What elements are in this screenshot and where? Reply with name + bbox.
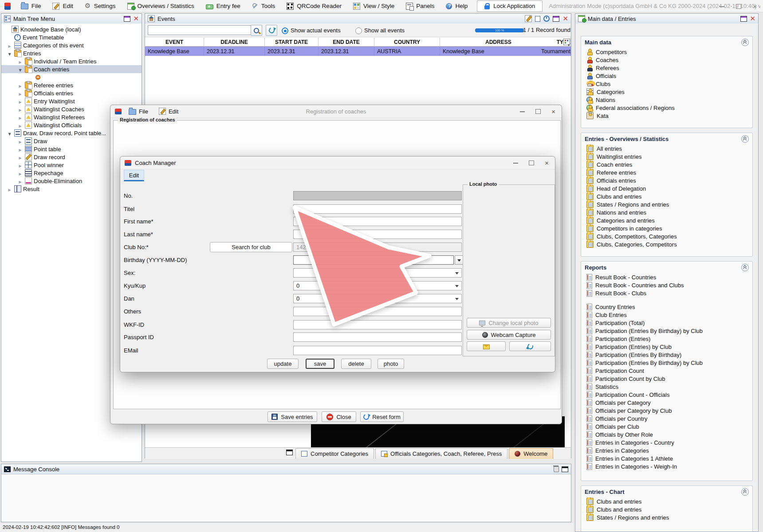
photo-button[interactable]: photo <box>378 359 404 369</box>
list-item[interactable]: Participation (Total) <box>581 319 752 327</box>
change-local-photo-button[interactable]: Change local photo <box>467 318 551 328</box>
email-field[interactable] <box>293 346 462 355</box>
tree-expander-icon[interactable] <box>7 186 12 192</box>
close-icon[interactable]: × <box>551 108 555 115</box>
list-item[interactable]: Participation Count - Officials <box>581 391 752 399</box>
first-name-field[interactable] <box>293 217 462 226</box>
list-item[interactable]: Coaches <box>581 56 752 64</box>
list-item[interactable]: Entries in Categories - Weigh-In <box>581 462 752 470</box>
list-item[interactable]: Officials entries <box>581 176 752 184</box>
list-item[interactable]: States / Regions and entries <box>581 200 752 208</box>
tab-edit[interactable]: Edit <box>124 170 144 181</box>
tree-item[interactable]: Individual / Team Entries <box>1 57 142 65</box>
list-item[interactable]: Officials <box>581 72 752 80</box>
list-item[interactable]: Participation (Entries By Birthday) <box>581 351 752 359</box>
birthday-field[interactable] <box>293 255 454 265</box>
column-header[interactable]: EVENT <box>145 38 204 47</box>
list-item[interactable]: States / Regions and entries <box>581 513 752 521</box>
maximize-icon[interactable] <box>535 109 541 114</box>
list-item[interactable]: Waitinglist entries <box>581 153 752 160</box>
list-item[interactable]: Coach entries <box>581 160 752 168</box>
tree-expander-icon[interactable] <box>17 170 23 176</box>
list-item[interactable]: Entries in Categories 1 Athlete <box>581 454 752 462</box>
list-item[interactable]: Result Book - Clubs <box>581 289 752 297</box>
photo-refresh-button[interactable] <box>509 341 551 351</box>
list-item[interactable]: Officials by Other Role <box>581 430 752 438</box>
panel-maximize-icon[interactable] <box>740 16 747 22</box>
list-item[interactable]: Result Book - Countries and Clubs <box>581 281 752 289</box>
photo-mail-button[interactable] <box>467 341 506 351</box>
tree-item[interactable]: Coach entries <box>1 65 142 73</box>
menu-item[interactable]: Help <box>440 0 473 12</box>
list-item[interactable]: Referees <box>581 64 752 72</box>
kyu-kup-combobox[interactable]: 0 <box>293 281 462 290</box>
list-item[interactable]: Country Entries <box>581 303 752 311</box>
menu-item[interactable]: Tools <box>246 0 281 12</box>
event-search-input[interactable] <box>148 25 252 35</box>
tree-expander-icon[interactable] <box>17 162 23 168</box>
birthday-dropdown-button[interactable] <box>455 255 464 265</box>
list-item[interactable]: Club Entries <box>581 311 752 319</box>
delete-button[interactable]: delete <box>341 359 371 369</box>
tree-expander-icon[interactable] <box>17 114 23 121</box>
column-picker-icon[interactable] <box>563 39 570 45</box>
tree-expander-icon[interactable] <box>17 154 23 160</box>
collapse-icon[interactable] <box>741 39 749 46</box>
copy-event-icon[interactable] <box>535 16 540 22</box>
edit-event-icon[interactable] <box>525 15 532 22</box>
close-button[interactable]: Close <box>322 411 356 422</box>
list-item[interactable]: Clubs, Categories, Competitors <box>581 240 752 248</box>
tree-item[interactable] <box>1 73 142 81</box>
event-history-icon[interactable] <box>543 16 550 22</box>
tree-expander-icon[interactable] <box>17 178 23 184</box>
list-item[interactable]: Participation (Entries) by Club <box>581 343 752 351</box>
menu-item[interactable]: Overviews / Statistics <box>122 0 200 12</box>
show-all-events-radio[interactable] <box>355 27 362 34</box>
menu-item[interactable]: Edit <box>47 0 79 12</box>
column-header[interactable]: DEADLINE <box>204 38 265 47</box>
list-item[interactable]: Competitors <box>581 48 752 56</box>
tab-competitor-categories[interactable]: Competitor Categories <box>295 448 374 459</box>
tree-expander-icon[interactable] <box>17 146 23 153</box>
tree-item[interactable]: Event Timetable <box>1 33 142 41</box>
maximize-icon[interactable] <box>736 4 741 9</box>
others-field[interactable] <box>293 307 462 316</box>
tree-expander-icon[interactable] <box>17 58 23 65</box>
tree-expander-icon[interactable] <box>17 106 23 113</box>
tree-expander-icon[interactable] <box>17 138 23 145</box>
menu-item[interactable]: QRCode Reader <box>281 0 347 12</box>
tree-expander-icon[interactable] <box>17 66 23 73</box>
tree-expander-icon[interactable] <box>17 90 23 97</box>
list-item[interactable]: Clubs and entries <box>581 192 752 200</box>
search-button[interactable] <box>251 25 262 36</box>
collapse-icon[interactable] <box>741 135 749 143</box>
menu-item[interactable]: File <box>15 0 47 12</box>
list-item[interactable]: Head of Delegation <box>581 184 752 192</box>
registration-menu-file[interactable]: File <box>125 108 152 115</box>
tree-item[interactable]: Knowledge Base (local) <box>1 25 142 33</box>
tab-officials-categories[interactable]: Officials Categories, Coach, Referee, Pr… <box>375 448 507 459</box>
list-item[interactable]: Result Book - Countries <box>581 273 752 281</box>
list-item[interactable]: Officials per Country <box>581 415 752 422</box>
sex-combobox[interactable] <box>293 268 462 278</box>
tree-item[interactable]: Entries <box>1 49 142 57</box>
tree-expander-icon[interactable] <box>17 98 23 105</box>
pane-layout-icon[interactable] <box>286 450 293 455</box>
reset-form-button[interactable]: Reset form <box>360 411 404 422</box>
tree-expander-icon[interactable] <box>7 50 12 57</box>
list-item[interactable]: Categories and entries <box>581 216 752 224</box>
list-item[interactable]: Categories <box>581 88 752 96</box>
webcam-capture-button[interactable]: Webcam Capture <box>467 330 551 340</box>
titel-field[interactable] <box>293 204 462 214</box>
save-entries-button[interactable]: Save entries <box>267 411 317 422</box>
menu-item[interactable]: View / Style <box>347 0 400 12</box>
list-item[interactable]: Officials per Category <box>581 399 752 407</box>
list-item[interactable]: Referee entries <box>581 168 752 176</box>
tree-expander-icon[interactable] <box>7 42 12 49</box>
update-button[interactable]: update <box>267 359 299 369</box>
list-item[interactable]: Statistics <box>581 383 752 391</box>
passport-id-field[interactable] <box>293 332 462 342</box>
list-item[interactable]: Officials per Club <box>581 422 752 430</box>
list-item[interactable]: Clubs, Competitors, Categories <box>581 232 752 240</box>
list-item[interactable]: Participation Count <box>581 367 752 375</box>
